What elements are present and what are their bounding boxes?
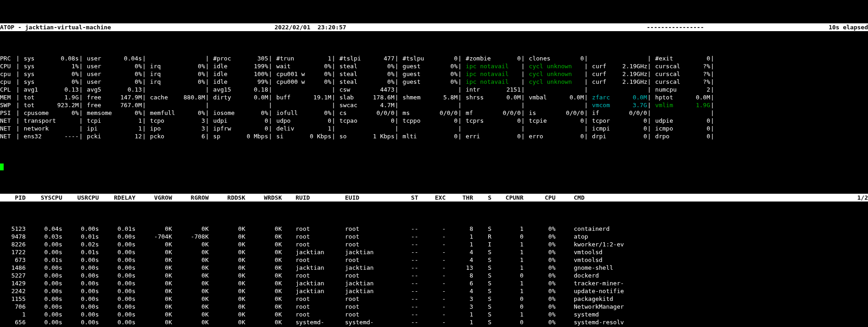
process-row[interactable]: 7060.00s0.00s0.00s0K0K0K0Krootroot---3S0… [0, 303, 868, 311]
stat-row: cpu| sys0%| user0%| irq0%| idle99%| cpu0… [0, 78, 868, 86]
col-rdelay: RDELAY [99, 194, 135, 202]
process-row[interactable]: 14860.00s0.00s0.00s0K0K0K0Kjacktianjackt… [0, 264, 868, 272]
process-row[interactable]: 52270.00s0.00s0.00s0K0K0K0Krootroot---8S… [0, 272, 868, 279]
col-vgrow: VGROW [135, 194, 172, 202]
process-list[interactable]: 51230.04s0.00s0.01s0K0K0K0Krootroot---8S… [0, 225, 868, 327]
col-thr: THR [446, 194, 473, 202]
stat-row: NET| ens32----| pcki12| pcko6| sp0 Mbps|… [0, 132, 868, 140]
col-wrdsk: WRDSK [245, 194, 282, 202]
col-pid: PID [0, 194, 26, 202]
process-header-bar: PIDSYSCPUUSRCPURDELAYVGROWRGROWRDDSKWRDS… [0, 194, 868, 202]
process-row[interactable]: 11550.00s0.00s0.00s0K0K0K0Krootroot---3S… [0, 295, 868, 303]
stat-row: PSI| cpusome0%| memsome0%| memfull0%| io… [0, 109, 868, 117]
system-stats-block: PRC| sys0.08s| user0.04s|| #proc305| #tr… [0, 54, 868, 140]
process-row[interactable]: 17220.00s0.01s0.00s0K0K0K0Kjacktianjackt… [0, 248, 868, 256]
stat-row: NET| network| ipi1| ipo3| ipfrw0| deliv1… [0, 125, 868, 132]
col-ruid: RUID [282, 194, 336, 202]
process-row[interactable]: 51230.04s0.00s0.01s0K0K0K0Krootroot---8S… [0, 225, 868, 233]
stat-row: CPU| sys1%| user0%| irq0%| idle199%| wai… [0, 62, 868, 70]
stat-row: PRC| sys0.08s| user0.04s|| #proc305| #tr… [0, 54, 868, 62]
stat-row: NET| transport| tcpi1| tcpo3| udpi0| udp… [0, 117, 868, 125]
col-st: ST [391, 194, 418, 202]
process-row[interactable]: 22420.00s0.00s0.00s0K0K0K0Kjacktianjackt… [0, 287, 868, 295]
process-row[interactable]: 6730.01s0.00s0.00s0K0K0K0Krootroot---4S1… [0, 256, 868, 264]
stat-row: cpu| sys0%| user0%| irq0%| idle100%| cpu… [0, 70, 868, 78]
process-row[interactable]: 14290.00s0.00s0.00s0K0K0K0Kjacktianjackt… [0, 279, 868, 287]
process-row[interactable]: 6560.00s0.00s0.00s0K0K0K0Ksystemd-system… [0, 318, 868, 326]
col-cpu: CPU [523, 194, 555, 202]
col-rddsk: RDDSK [209, 194, 245, 202]
col-rgrow: RGROW [172, 194, 209, 202]
stat-row: SWP| tot923.2M| free767.0M|||| swcac4.7M… [0, 101, 868, 109]
col-syscpu: SYSCPU [26, 194, 62, 202]
col-s: S [473, 194, 491, 202]
atop-terminal: ATOP - jacktian-virtual-machine2022/02/0… [0, 0, 868, 327]
col-euid: EUID [336, 194, 391, 202]
process-row[interactable]: 82260.00s0.02s0.00s0K0K0K0Krootroot---1I… [0, 240, 868, 248]
stat-row: MEM| tot1.9G| free147.9M| cache880.8M| d… [0, 93, 868, 101]
process-row[interactable]: 10.00s0.00s0.00s0K0K0K0Krootroot---1S10%… [0, 311, 868, 318]
col-cpunr: CPUNR [491, 194, 523, 202]
process-row[interactable]: 94780.03s0.01s0.00s-704K-708K0K0Krootroo… [0, 233, 868, 240]
stat-row: CPL| avg10.13| avg50.13|| avg150.18|| cs… [0, 86, 868, 93]
col-exc: EXC [418, 194, 446, 202]
cursor-line [0, 164, 868, 170]
cursor [0, 164, 4, 170]
page-indicator: 1/2 [850, 194, 868, 202]
header-bar: ATOP - jacktian-virtual-machine2022/02/0… [0, 23, 868, 31]
col-cmd: CMD [555, 194, 638, 202]
col-usrcpu: USRCPU [62, 194, 99, 202]
